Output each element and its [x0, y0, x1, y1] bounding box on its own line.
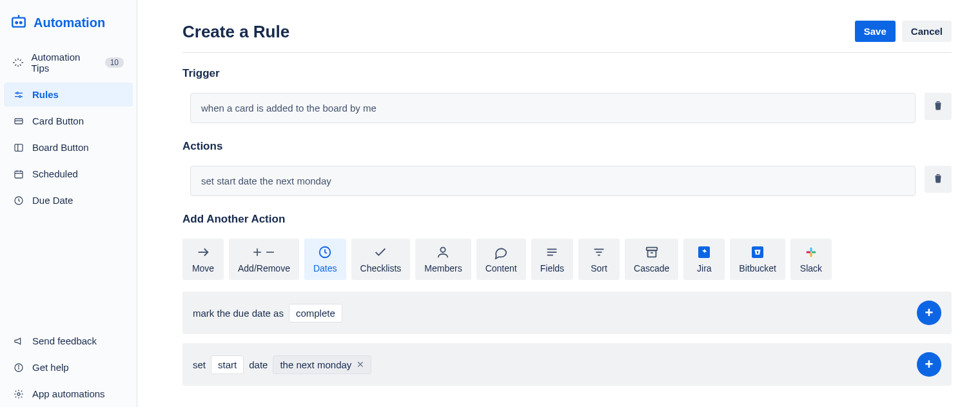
svg-point-3 [20, 22, 22, 24]
trash-icon [932, 99, 944, 114]
page-actions: Save Cancel [855, 21, 952, 42]
category-dates[interactable]: Dates [304, 239, 346, 280]
add-action-button[interactable]: + [917, 352, 941, 377]
add-another-heading: Add Another Action [182, 213, 952, 226]
delete-action-button[interactable] [925, 166, 952, 193]
calendar-icon [13, 169, 24, 179]
chip-complete[interactable]: complete [289, 304, 342, 323]
main-content: Create a Rule Save Cancel Trigger when a… [137, 0, 980, 407]
sidebar-item-card-button[interactable]: Card Button [4, 109, 133, 133]
check-icon [373, 245, 387, 259]
category-content[interactable]: Content [476, 239, 526, 280]
svg-point-20 [17, 393, 20, 395]
sidebar-item-tips[interactable]: Automation Tips 10 [4, 45, 133, 80]
gear-icon [13, 389, 24, 399]
trash-icon [932, 172, 944, 186]
svg-rect-34 [647, 250, 656, 257]
category-row: Move Add/Remove Dates Checklists Members [182, 239, 952, 280]
category-fields[interactable]: Fields [531, 239, 573, 280]
option-set-start-date: set start date the next monday ✕ + [182, 343, 952, 386]
save-button[interactable]: Save [855, 21, 896, 42]
sidebar-item-label: Scheduled [32, 168, 78, 179]
sidebar-item-board-button[interactable]: Board Button [4, 135, 133, 159]
sidebar-item-label: Board Button [32, 142, 89, 153]
sort-icon [592, 245, 606, 259]
megaphone-icon [13, 336, 24, 346]
cat-label: Members [424, 263, 462, 273]
category-move[interactable]: Move [182, 239, 224, 280]
category-checklists[interactable]: Checklists [351, 239, 411, 280]
archive-icon [645, 245, 659, 259]
chip-next-monday[interactable]: the next monday ✕ [273, 355, 371, 374]
page-header: Create a Rule Save Cancel [182, 21, 952, 53]
category-sort[interactable]: Sort [578, 239, 620, 280]
sidebar-item-scheduled[interactable]: Scheduled [4, 162, 133, 186]
sidebar-item-integrations[interactable]: App automations [4, 382, 133, 406]
category-cascade[interactable]: Cascade [625, 239, 678, 280]
action-box[interactable]: set start date the next monday [190, 166, 916, 196]
cat-label: Dates [313, 263, 337, 273]
svg-point-2 [15, 22, 17, 24]
delete-trigger-button[interactable] [925, 93, 952, 120]
svg-rect-10 [15, 144, 23, 151]
sidebar-item-label: Send feedback [32, 335, 97, 346]
sidebar-item-feedback[interactable]: Send feedback [4, 329, 133, 353]
opt-text: mark the due date as [193, 308, 284, 319]
cat-label: Checklists [360, 263, 402, 273]
sidebar-item-help[interactable]: Get help [4, 355, 133, 379]
board-icon [13, 143, 24, 153]
svg-point-7 [19, 95, 21, 97]
sidebar-header: Automation [0, 6, 137, 44]
actions-heading: Actions [182, 140, 952, 153]
trigger-box[interactable]: when a card is added to the board by me [190, 93, 916, 123]
svg-rect-40 [810, 253, 812, 257]
tips-badge: 10 [105, 57, 124, 68]
svg-rect-37 [752, 246, 763, 258]
sidebar-item-due-date[interactable]: Due Date [4, 188, 133, 212]
chip-start[interactable]: start [211, 355, 244, 374]
sidebar: Automation Automation Tips 10 Rules Card… [0, 0, 137, 407]
info-icon [13, 362, 24, 373]
cat-label: Slack [800, 263, 822, 273]
person-icon [436, 245, 450, 259]
clock-icon [318, 245, 332, 259]
trigger-heading: Trigger [182, 67, 952, 80]
svg-rect-41 [806, 252, 810, 253]
card-icon [13, 116, 24, 126]
lines-icon [545, 245, 559, 259]
app-title: Automation [34, 15, 105, 30]
cat-label: Move [192, 263, 214, 273]
plus-icon: + [925, 356, 934, 373]
category-jira[interactable]: Jira [683, 239, 725, 280]
automation-logo-icon [10, 13, 27, 32]
cat-label: Jira [697, 263, 712, 273]
option-mark-complete: mark the due date as complete + [182, 292, 952, 334]
category-add-remove[interactable]: Add/Remove [229, 239, 299, 280]
category-slack[interactable]: Slack [790, 239, 832, 280]
slack-icon [805, 245, 817, 259]
trigger-row: when a card is added to the board by me [190, 93, 952, 123]
cat-label: Content [485, 263, 517, 273]
bitbucket-icon [752, 245, 763, 259]
category-members[interactable]: Members [415, 239, 471, 280]
jira-icon [698, 245, 710, 259]
clock-icon [13, 195, 24, 206]
arrow-right-icon [196, 245, 210, 259]
svg-rect-0 [12, 18, 25, 27]
sidebar-item-rules[interactable]: Rules [4, 83, 133, 106]
svg-rect-12 [15, 171, 23, 178]
sparkle-icon [13, 57, 23, 68]
opt-text: date [249, 359, 268, 370]
category-bitbucket[interactable]: Bitbucket [730, 239, 785, 280]
speech-icon [494, 245, 508, 259]
cat-label: Fields [540, 263, 564, 273]
add-action-button[interactable]: + [917, 301, 941, 325]
svg-rect-39 [812, 252, 816, 253]
sidebar-item-label: Get help [32, 362, 69, 373]
cat-label: Sort [591, 263, 607, 273]
cancel-button[interactable]: Cancel [902, 21, 952, 42]
sidebar-item-label: App automations [32, 388, 105, 399]
close-icon[interactable]: ✕ [357, 359, 364, 370]
sidebar-item-label: Due Date [32, 195, 73, 206]
cat-label: Cascade [634, 263, 669, 273]
